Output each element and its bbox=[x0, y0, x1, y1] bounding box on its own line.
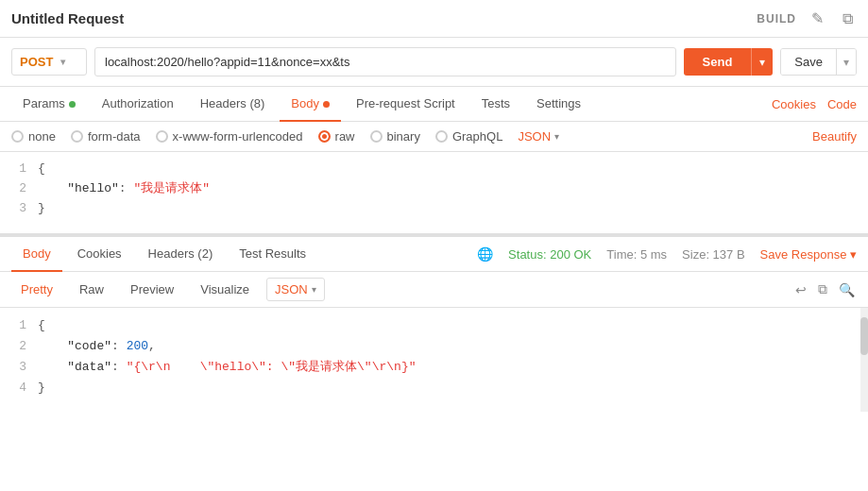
radio-raw[interactable]: raw bbox=[318, 129, 355, 144]
radio-graphql[interactable]: GraphQL bbox=[435, 129, 502, 144]
tab-tests-label: Tests bbox=[482, 96, 510, 110]
radio-none-label: none bbox=[28, 129, 56, 144]
req-line-2: 2 "hello": "我是请求体" bbox=[0, 179, 868, 199]
inner-tab-preview[interactable]: Preview bbox=[121, 278, 183, 301]
edit-button[interactable]: ✎ bbox=[808, 8, 827, 29]
radio-urlencoded[interactable]: x-www-form-urlencoded bbox=[156, 129, 303, 144]
save-button[interactable]: Save bbox=[781, 49, 836, 75]
radio-binary-label: binary bbox=[387, 129, 420, 144]
resp-line-4: 4 } bbox=[0, 378, 868, 398]
radio-binary-circle bbox=[370, 130, 383, 143]
tab-body-label: Body bbox=[291, 96, 319, 110]
format-chevron-icon: ▾ bbox=[554, 131, 559, 142]
rtab-cookies[interactable]: Cookies bbox=[66, 237, 133, 272]
resp-content-3: "data": "{\r\n \"hello\": \"我是请求体\"\r\n}… bbox=[38, 357, 416, 378]
url-bar: POST ▾ Send ▾ Save ▾ bbox=[0, 38, 868, 87]
cookies-link[interactable]: Cookies bbox=[772, 97, 816, 111]
search-response-button[interactable]: 🔍 bbox=[837, 280, 857, 299]
resp-linenum-2: 2 bbox=[0, 336, 38, 357]
req-linenum-2: 2 bbox=[0, 179, 38, 199]
response-format-select[interactable]: JSON ▾ bbox=[266, 278, 325, 301]
inner-tab-pretty[interactable]: Pretty bbox=[11, 278, 62, 301]
radio-none[interactable]: none bbox=[11, 129, 56, 144]
resp-linenum-3: 3 bbox=[0, 357, 38, 378]
resp-line-3: 3 "data": "{\r\n \"hello\": \"我是请求体\"\r\… bbox=[0, 357, 868, 378]
radio-form-data-label: form-data bbox=[88, 129, 141, 144]
radio-graphql-label: GraphQL bbox=[452, 129, 502, 144]
radio-urlencoded-circle bbox=[156, 130, 168, 143]
save-response-button[interactable]: Save Response ▾ bbox=[760, 247, 857, 262]
response-body-viewer[interactable]: 1 { 2 "code": 200, 3 "data": "{\r\n \"he… bbox=[0, 308, 868, 412]
response-scrollbar[interactable] bbox=[860, 308, 868, 412]
save-response-chevron-icon: ▾ bbox=[850, 247, 857, 262]
inner-tab-visualize-label: Visualize bbox=[200, 282, 249, 296]
rtab-headers[interactable]: Headers (2) bbox=[137, 237, 225, 272]
format-select[interactable]: JSON ▾ bbox=[518, 129, 559, 144]
tab-prerequest-label: Pre-request Script bbox=[356, 96, 455, 110]
globe-icon: 🌐 bbox=[477, 246, 493, 262]
response-scrollbar-thumb bbox=[860, 317, 868, 355]
rtab-headers-label: Headers (2) bbox=[148, 246, 213, 261]
send-button[interactable]: Send bbox=[684, 48, 752, 76]
rtab-body[interactable]: Body bbox=[11, 237, 62, 272]
tab-settings-label: Settings bbox=[536, 96, 581, 110]
response-inner-icons: ↩ ⧉ 🔍 bbox=[793, 279, 857, 299]
radio-raw-label: raw bbox=[335, 129, 355, 144]
inner-tab-visualize[interactable]: Visualize bbox=[191, 278, 259, 301]
response-format-label: JSON bbox=[275, 282, 308, 296]
radio-form-data[interactable]: form-data bbox=[71, 129, 141, 144]
inner-tab-preview-label: Preview bbox=[130, 282, 174, 296]
rtab-body-label: Body bbox=[23, 246, 51, 261]
rtab-test-results-label: Test Results bbox=[239, 246, 306, 261]
url-input[interactable] bbox=[94, 47, 676, 76]
req-line-3: 3 } bbox=[0, 199, 868, 219]
resp-line-1: 1 { bbox=[0, 315, 868, 336]
tab-headers[interactable]: Headers (8) bbox=[189, 87, 277, 122]
inner-tab-raw-label: Raw bbox=[79, 282, 104, 296]
tab-authorization[interactable]: Authorization bbox=[91, 87, 185, 122]
req-content-1: { bbox=[38, 160, 45, 179]
tab-body[interactable]: Body bbox=[280, 87, 341, 122]
wrap-lines-button[interactable]: ↩ bbox=[793, 280, 808, 299]
tab-prerequest[interactable]: Pre-request Script bbox=[345, 87, 467, 122]
code-link[interactable]: Code bbox=[827, 97, 857, 111]
page-title: Untitled Request bbox=[11, 10, 124, 26]
method-select[interactable]: POST ▾ bbox=[11, 48, 87, 76]
save-dropdown-button[interactable]: ▾ bbox=[836, 49, 856, 75]
status-text: Status: 200 OK bbox=[508, 247, 591, 262]
tabs-right-links: Cookies Code bbox=[772, 97, 857, 111]
body-dot bbox=[323, 101, 330, 108]
tab-params-label: Params bbox=[23, 96, 65, 110]
copy-response-button[interactable]: ⧉ bbox=[816, 279, 829, 299]
request-body-editor[interactable]: 1 { 2 "hello": "我是请求体" 3 } bbox=[0, 152, 868, 237]
tab-headers-label: Headers (8) bbox=[200, 96, 265, 110]
response-status-bar: 🌐 Status: 200 OK Time: 5 ms Size: 137 B … bbox=[477, 246, 857, 262]
build-label: BUILD bbox=[757, 12, 796, 25]
method-chevron-icon: ▾ bbox=[60, 57, 65, 67]
tab-tests[interactable]: Tests bbox=[470, 87, 521, 122]
radio-raw-circle bbox=[318, 130, 331, 143]
send-btn-group: Send ▾ bbox=[684, 48, 774, 76]
send-dropdown-button[interactable]: ▾ bbox=[751, 48, 773, 76]
time-text: Time: 5 ms bbox=[606, 247, 667, 262]
radio-binary[interactable]: binary bbox=[370, 129, 420, 144]
size-text: Size: 137 B bbox=[682, 247, 745, 262]
req-linenum-3: 3 bbox=[0, 199, 38, 219]
response-tabs: Body Cookies Headers (2) Test Results 🌐 … bbox=[0, 237, 868, 272]
save-response-label: Save Response bbox=[760, 247, 847, 262]
tab-settings[interactable]: Settings bbox=[525, 87, 592, 122]
rtab-test-results[interactable]: Test Results bbox=[228, 237, 317, 272]
resp-content-4: } bbox=[38, 378, 45, 398]
header-actions: BUILD ✎ ⧉ bbox=[757, 8, 857, 29]
rtab-cookies-label: Cookies bbox=[77, 246, 122, 261]
tab-params[interactable]: Params bbox=[11, 87, 87, 122]
beautify-button[interactable]: Beautify bbox=[812, 129, 857, 144]
request-tabs: Params Authorization Headers (8) Body Pr… bbox=[0, 87, 868, 122]
save-btn-group: Save ▾ bbox=[780, 48, 857, 76]
req-content-3: } bbox=[38, 199, 45, 219]
copy-button[interactable]: ⧉ bbox=[839, 8, 857, 29]
params-dot bbox=[69, 101, 76, 108]
inner-tab-raw[interactable]: Raw bbox=[70, 278, 113, 301]
req-line-1: 1 { bbox=[0, 160, 868, 179]
resp-linenum-4: 4 bbox=[0, 378, 38, 398]
